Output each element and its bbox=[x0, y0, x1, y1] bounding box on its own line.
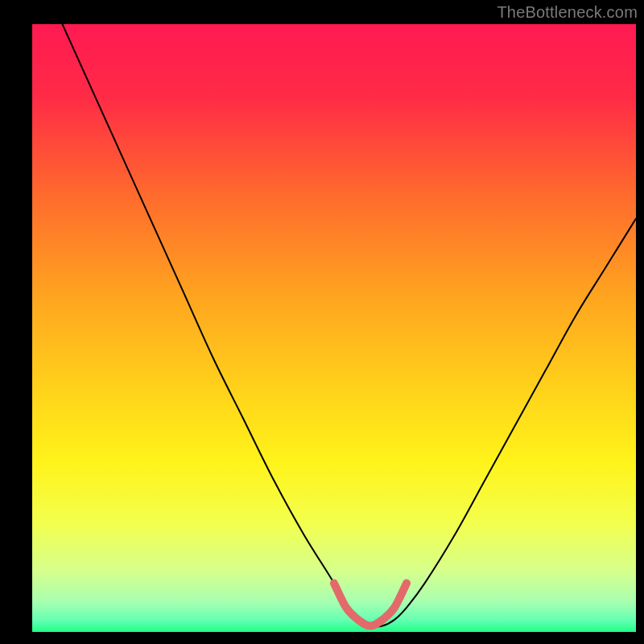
attribution-label: TheBottleneck.com bbox=[497, 3, 638, 22]
plot-area bbox=[32, 24, 636, 632]
chart-container: TheBottleneck.com bbox=[0, 0, 644, 644]
curve-layer bbox=[32, 24, 636, 632]
bottleneck-curve bbox=[63, 24, 637, 626]
